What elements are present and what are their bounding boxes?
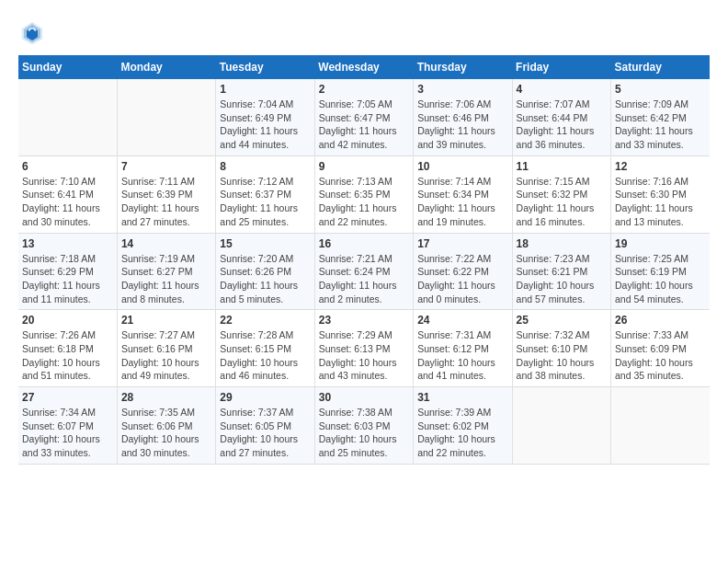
day-info: Sunrise: 7:06 AMSunset: 6:46 PMDaylight:… <box>417 98 507 152</box>
day-number: 31 <box>417 391 507 404</box>
column-header-saturday: Saturday <box>611 55 710 79</box>
calendar-table: SundayMondayTuesdayWednesdayThursdayFrid… <box>18 55 710 465</box>
calendar-cell <box>512 387 610 465</box>
day-number: 3 <box>417 83 507 96</box>
calendar-cell: 21Sunrise: 7:27 AMSunset: 6:16 PMDayligh… <box>117 310 215 387</box>
column-header-monday: Monday <box>117 55 215 79</box>
day-number: 19 <box>615 237 706 250</box>
day-info: Sunrise: 7:39 AMSunset: 6:02 PMDaylight:… <box>417 406 507 460</box>
day-number: 22 <box>220 314 310 327</box>
calendar-cell: 27Sunrise: 7:34 AMSunset: 6:07 PMDayligh… <box>18 387 117 465</box>
day-info: Sunrise: 7:31 AMSunset: 6:12 PMDaylight:… <box>417 328 507 383</box>
calendar-cell: 29Sunrise: 7:37 AMSunset: 6:05 PMDayligh… <box>216 387 314 465</box>
column-header-friday: Friday <box>512 55 610 79</box>
day-number: 7 <box>121 160 211 173</box>
day-info: Sunrise: 7:16 AMSunset: 6:30 PMDaylight:… <box>615 175 706 229</box>
calendar-cell <box>117 79 215 155</box>
day-number: 16 <box>319 237 409 250</box>
calendar-cell: 12Sunrise: 7:16 AMSunset: 6:30 PMDayligh… <box>611 155 710 233</box>
calendar-cell: 13Sunrise: 7:18 AMSunset: 6:29 PMDayligh… <box>18 233 117 310</box>
calendar-cell: 2Sunrise: 7:05 AMSunset: 6:47 PMDaylight… <box>314 79 413 155</box>
day-number: 27 <box>22 391 113 404</box>
day-info: Sunrise: 7:04 AMSunset: 6:49 PMDaylight:… <box>220 98 310 152</box>
day-info: Sunrise: 7:13 AMSunset: 6:35 PMDaylight:… <box>319 175 409 229</box>
day-number: 29 <box>220 391 310 404</box>
logo <box>18 18 50 46</box>
day-info: Sunrise: 7:11 AMSunset: 6:39 PMDaylight:… <box>121 175 211 229</box>
calendar-cell: 28Sunrise: 7:35 AMSunset: 6:06 PMDayligh… <box>117 387 215 465</box>
calendar-cell <box>18 79 117 155</box>
day-number: 24 <box>417 314 507 327</box>
calendar-body: 1Sunrise: 7:04 AMSunset: 6:49 PMDaylight… <box>18 79 710 464</box>
day-number: 20 <box>22 314 113 327</box>
day-info: Sunrise: 7:21 AMSunset: 6:24 PMDaylight:… <box>319 252 409 306</box>
day-number: 25 <box>517 314 607 327</box>
day-number: 10 <box>417 160 507 173</box>
calendar-cell: 11Sunrise: 7:15 AMSunset: 6:32 PMDayligh… <box>512 155 610 233</box>
calendar-cell: 18Sunrise: 7:23 AMSunset: 6:21 PMDayligh… <box>512 233 610 310</box>
calendar-cell: 19Sunrise: 7:25 AMSunset: 6:19 PMDayligh… <box>611 233 710 310</box>
day-info: Sunrise: 7:33 AMSunset: 6:09 PMDaylight:… <box>615 328 706 383</box>
calendar-cell: 26Sunrise: 7:33 AMSunset: 6:09 PMDayligh… <box>611 310 710 387</box>
day-info: Sunrise: 7:10 AMSunset: 6:41 PMDaylight:… <box>22 175 113 229</box>
calendar-cell <box>611 387 710 465</box>
calendar-cell: 15Sunrise: 7:20 AMSunset: 6:26 PMDayligh… <box>216 233 314 310</box>
calendar-cell: 6Sunrise: 7:10 AMSunset: 6:41 PMDaylight… <box>18 155 117 233</box>
day-number: 2 <box>319 83 409 96</box>
day-number: 1 <box>220 83 310 96</box>
day-number: 14 <box>121 237 211 250</box>
calendar-cell: 4Sunrise: 7:07 AMSunset: 6:44 PMDaylight… <box>512 79 610 155</box>
column-header-wednesday: Wednesday <box>314 55 413 79</box>
day-number: 15 <box>220 237 310 250</box>
day-info: Sunrise: 7:35 AMSunset: 6:06 PMDaylight:… <box>121 406 211 460</box>
calendar-cell: 20Sunrise: 7:26 AMSunset: 6:18 PMDayligh… <box>18 310 117 387</box>
calendar-cell: 17Sunrise: 7:22 AMSunset: 6:22 PMDayligh… <box>414 233 512 310</box>
day-info: Sunrise: 7:34 AMSunset: 6:07 PMDaylight:… <box>22 406 113 460</box>
calendar-cell: 3Sunrise: 7:06 AMSunset: 6:46 PMDaylight… <box>414 79 512 155</box>
day-number: 21 <box>121 314 211 327</box>
day-number: 26 <box>615 314 706 327</box>
day-info: Sunrise: 7:29 AMSunset: 6:13 PMDaylight:… <box>319 328 409 383</box>
day-number: 4 <box>517 83 607 96</box>
day-number: 30 <box>319 391 409 404</box>
header-row: SundayMondayTuesdayWednesdayThursdayFrid… <box>18 55 710 79</box>
week-row-5: 27Sunrise: 7:34 AMSunset: 6:07 PMDayligh… <box>18 387 710 465</box>
day-number: 23 <box>319 314 409 327</box>
day-info: Sunrise: 7:28 AMSunset: 6:15 PMDaylight:… <box>220 328 310 383</box>
column-header-sunday: Sunday <box>18 55 117 79</box>
calendar-cell: 1Sunrise: 7:04 AMSunset: 6:49 PMDaylight… <box>216 79 314 155</box>
logo-icon <box>18 18 46 46</box>
day-info: Sunrise: 7:12 AMSunset: 6:37 PMDaylight:… <box>220 175 310 229</box>
calendar-cell: 25Sunrise: 7:32 AMSunset: 6:10 PMDayligh… <box>512 310 610 387</box>
day-info: Sunrise: 7:27 AMSunset: 6:16 PMDaylight:… <box>121 328 211 383</box>
day-info: Sunrise: 7:20 AMSunset: 6:26 PMDaylight:… <box>220 252 310 306</box>
day-number: 13 <box>22 237 113 250</box>
calendar-cell: 30Sunrise: 7:38 AMSunset: 6:03 PMDayligh… <box>314 387 413 465</box>
day-number: 9 <box>319 160 409 173</box>
week-row-1: 1Sunrise: 7:04 AMSunset: 6:49 PMDaylight… <box>18 79 710 155</box>
day-info: Sunrise: 7:32 AMSunset: 6:10 PMDaylight:… <box>517 328 607 383</box>
calendar-cell: 31Sunrise: 7:39 AMSunset: 6:02 PMDayligh… <box>414 387 512 465</box>
week-row-2: 6Sunrise: 7:10 AMSunset: 6:41 PMDaylight… <box>18 155 710 233</box>
week-row-3: 13Sunrise: 7:18 AMSunset: 6:29 PMDayligh… <box>18 233 710 310</box>
calendar-cell: 24Sunrise: 7:31 AMSunset: 6:12 PMDayligh… <box>414 310 512 387</box>
calendar-cell: 9Sunrise: 7:13 AMSunset: 6:35 PMDaylight… <box>314 155 413 233</box>
calendar-cell: 10Sunrise: 7:14 AMSunset: 6:34 PMDayligh… <box>414 155 512 233</box>
day-number: 8 <box>220 160 310 173</box>
day-info: Sunrise: 7:05 AMSunset: 6:47 PMDaylight:… <box>319 98 409 152</box>
day-info: Sunrise: 7:14 AMSunset: 6:34 PMDaylight:… <box>417 175 507 229</box>
day-info: Sunrise: 7:22 AMSunset: 6:22 PMDaylight:… <box>417 252 507 306</box>
day-number: 17 <box>417 237 507 250</box>
day-info: Sunrise: 7:15 AMSunset: 6:32 PMDaylight:… <box>517 175 607 229</box>
column-header-thursday: Thursday <box>414 55 512 79</box>
calendar-cell: 7Sunrise: 7:11 AMSunset: 6:39 PMDaylight… <box>117 155 215 233</box>
day-number: 12 <box>615 160 706 173</box>
calendar-cell: 14Sunrise: 7:19 AMSunset: 6:27 PMDayligh… <box>117 233 215 310</box>
calendar-cell: 16Sunrise: 7:21 AMSunset: 6:24 PMDayligh… <box>314 233 413 310</box>
day-number: 28 <box>121 391 211 404</box>
day-info: Sunrise: 7:23 AMSunset: 6:21 PMDaylight:… <box>517 252 607 306</box>
page-header <box>18 18 710 46</box>
day-info: Sunrise: 7:38 AMSunset: 6:03 PMDaylight:… <box>319 406 409 460</box>
day-info: Sunrise: 7:37 AMSunset: 6:05 PMDaylight:… <box>220 406 310 460</box>
day-number: 6 <box>22 160 113 173</box>
